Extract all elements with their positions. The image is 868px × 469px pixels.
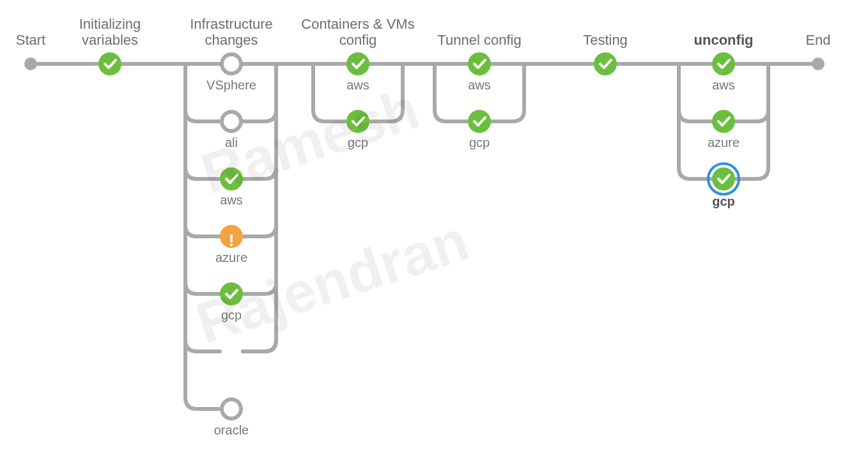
node-infra-gcp[interactable]: [220, 282, 243, 305]
node-unconfig-gcp[interactable]: [708, 164, 739, 194]
label-infra-aws: aws: [220, 193, 243, 207]
infra-oracle-right-upper: [243, 340, 276, 351]
svg-point-9: [468, 52, 491, 75]
stage-label-testing: Testing: [583, 32, 628, 48]
svg-point-10: [468, 110, 491, 133]
label-containers-gcp: gcp: [348, 135, 368, 150]
svg-point-8: [346, 110, 369, 133]
stage-label-containers-1: Containers & VMs: [301, 16, 414, 32]
node-infra-oracle[interactable]: [222, 399, 241, 419]
stage-label-initvars-2: variables: [82, 32, 138, 48]
node-init-vars[interactable]: [98, 52, 121, 75]
node-infra-vsphere[interactable]: [222, 54, 241, 73]
svg-point-6: [222, 399, 241, 419]
infra-row-azure-left: [185, 225, 220, 236]
label-infra-vsphere: VSphere: [206, 78, 256, 92]
infra-right-pillar: [243, 64, 276, 351]
node-end[interactable]: [812, 58, 825, 70]
label-infra-azure: azure: [215, 250, 247, 265]
label-unconfig-aws: aws: [712, 78, 735, 92]
svg-point-1: [222, 54, 241, 73]
infra-row-aws-right: [243, 167, 276, 179]
svg-point-5: [220, 282, 243, 305]
unconfig-azure-left: [679, 110, 712, 121]
label-unconfig-azure: azure: [708, 135, 740, 150]
containers-right: [369, 64, 403, 121]
containers-left: [313, 64, 346, 121]
svg-point-15: [712, 167, 735, 190]
label-infra-ali: ali: [225, 135, 238, 150]
infra-row-aws-left: [185, 167, 220, 179]
stage-label-start: Start: [16, 32, 45, 48]
tunnel-right: [491, 64, 524, 121]
stage-label-infra-1: Infrastructure: [190, 16, 273, 32]
infra-row-ali-left: [185, 110, 220, 121]
node-infra-azure[interactable]: !: [220, 225, 243, 250]
unconfig-azure-right: [735, 110, 768, 121]
label-containers-aws: aws: [346, 78, 369, 92]
svg-point-3: [220, 167, 243, 190]
infra-row-gcp-left: [185, 282, 220, 294]
svg-point-11: [594, 52, 617, 75]
label-tunnel-gcp: gcp: [469, 135, 490, 150]
infra-row-ali-right: [243, 110, 276, 121]
node-containers-aws[interactable]: [346, 52, 369, 75]
node-tunnel-aws[interactable]: [468, 52, 491, 75]
exclaim-icon: !: [229, 231, 235, 250]
node-start[interactable]: [24, 58, 37, 70]
node-infra-ali[interactable]: [222, 112, 241, 131]
stage-label-end: End: [805, 32, 830, 48]
svg-point-13: [712, 110, 735, 133]
node-unconfig-aws[interactable]: [712, 52, 735, 75]
stage-label-initvars-1: Initializing: [79, 16, 141, 32]
svg-point-0: [98, 52, 121, 75]
label-infra-oracle: oracle: [214, 423, 249, 437]
svg-point-12: [712, 52, 735, 75]
stage-label-infra-2: changes: [205, 32, 258, 48]
infra-row-oracle-left-upper: [185, 340, 220, 351]
node-unconfig-azure[interactable]: [712, 110, 735, 133]
svg-point-7: [346, 52, 369, 75]
label-unconfig-gcp: gcp: [712, 194, 735, 208]
node-containers-gcp[interactable]: [346, 110, 369, 133]
label-tunnel-aws: aws: [468, 78, 491, 92]
pipeline-diagram: Start Initializing variables Infrastruct…: [0, 0, 868, 469]
node-infra-aws[interactable]: [220, 167, 243, 190]
svg-point-2: [222, 112, 241, 131]
infra-row-azure-right: [243, 225, 276, 236]
stage-label-tunnel: Tunnel config: [437, 32, 521, 48]
infra-row-gcp-right: [243, 282, 276, 294]
node-tunnel-gcp[interactable]: [468, 110, 491, 133]
node-testing[interactable]: [594, 52, 617, 75]
tunnel-left: [435, 64, 468, 121]
stage-label-containers-2: config: [339, 32, 377, 48]
label-infra-gcp: gcp: [221, 308, 242, 322]
stage-label-unconfig: unconfig: [694, 32, 754, 48]
